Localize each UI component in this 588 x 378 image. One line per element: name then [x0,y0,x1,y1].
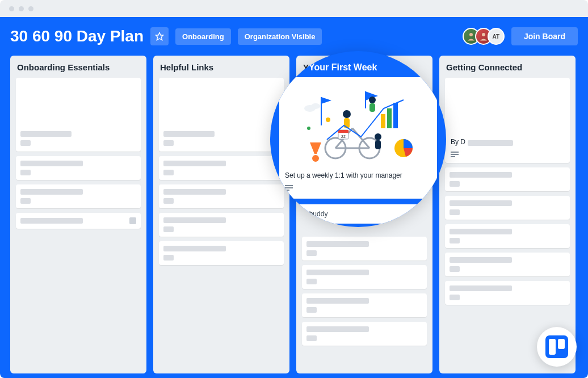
list-onboarding-essentials: Onboarding Essentials [10,56,146,373]
card-placeholder[interactable] [302,265,427,289]
member-avatars: AT [463,28,505,45]
list-helpful-links: Helpful Links [153,56,289,373]
onboarding-tag[interactable]: Onboarding [175,28,231,45]
star-icon [155,32,164,41]
svg-rect-22 [369,103,375,112]
description-icon [285,185,293,191]
board-header: 30 60 90 Day Plan Onboarding Organizatio… [10,27,578,45]
avatar-initials[interactable]: AT [488,28,505,45]
star-button[interactable] [150,27,169,45]
card-placeholder[interactable] [159,184,284,208]
svg-rect-8 [381,114,385,128]
join-board-button[interactable]: Join Board [511,27,578,45]
traffic-light-zoom[interactable] [28,6,33,11]
card-placeholder[interactable] [302,237,427,261]
trello-icon [545,335,568,358]
card-placeholder[interactable] [16,156,141,180]
card-placeholder[interactable] [16,184,141,208]
card-placeholder[interactable] [16,213,141,229]
card-placeholder[interactable] [302,322,427,346]
description-icon [451,152,459,157]
traffic-light-minimize[interactable] [19,6,24,11]
card-placeholder[interactable] [16,78,141,152]
list-title[interactable]: Helpful Links [159,61,284,73]
card-placeholder[interactable] [159,241,284,265]
svg-point-17 [343,110,351,118]
svg-point-1 [469,33,473,36]
svg-marker-0 [156,32,163,40]
svg-point-29 [307,127,310,130]
card-setup-weekly[interactable]: 22 Set up a weekly 1:1 with your manager [279,77,437,199]
visibility-button[interactable]: Organization Visible [238,28,322,45]
list-getting-connected: Getting Connected By D [439,56,576,373]
svg-rect-10 [393,103,398,128]
card-placeholder[interactable] [445,196,570,220]
svg-text:22: 22 [341,135,346,138]
board-title: 30 60 90 Day Plan [10,27,144,45]
card-placeholder[interactable] [159,78,284,152]
svg-point-2 [482,33,485,36]
card-placeholder[interactable] [302,293,427,317]
svg-point-21 [369,96,376,103]
svg-rect-26 [338,130,348,133]
svg-rect-9 [387,108,392,128]
list-title[interactable]: Onboarding Essentials [16,61,141,73]
svg-rect-20 [375,140,381,149]
card-placeholder[interactable] [445,224,570,248]
magnified-view: Your First Week [270,51,446,227]
card-placeholder[interactable] [445,253,570,276]
svg-point-31 [311,103,320,109]
traffic-light-close[interactable] [9,6,14,11]
svg-point-28 [326,117,330,122]
card-placeholder[interactable] [159,213,284,237]
card-placeholder[interactable] [445,281,570,305]
card-title-fragment: By D [451,138,465,146]
card-placeholder[interactable] [445,167,570,191]
svg-point-19 [375,133,381,140]
trello-app-badge[interactable] [537,327,577,367]
card-with-cover[interactable]: By D [445,78,570,163]
card-placeholder[interactable] [159,156,284,180]
list-title[interactable]: Getting Connected [445,61,570,73]
card-title: Set up a weekly 1:1 with your manager [285,171,431,179]
svg-point-24 [312,155,319,162]
card-cover-illustration: 22 [285,83,431,168]
browser-chrome [0,0,588,17]
